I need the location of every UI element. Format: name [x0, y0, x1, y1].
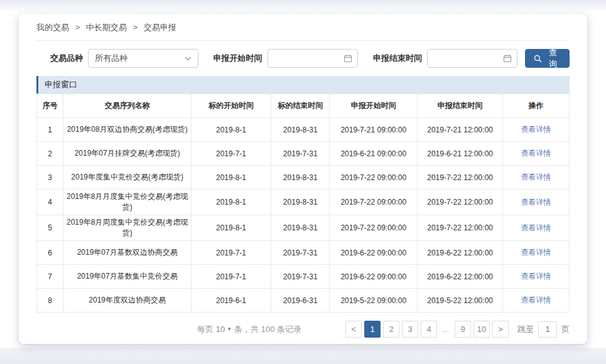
per-page-prefix: 每页: [197, 324, 214, 335]
declare-window-table: 序号 交易序列名称 标的开始时间 标的结束时间 申报开始时间 申报结束时间 操作…: [36, 94, 570, 313]
cell-declare-start: 2019-6-21 09:00:00: [330, 142, 418, 166]
cell-declare-start: 2019-7-22 09:00:00: [330, 166, 418, 190]
cell-declare-start: 2019-6-22 09:00:00: [330, 241, 418, 265]
cell-declare-start: 2019-7-22 09:00:00: [330, 215, 418, 241]
product-type-selected-value: 所有品种: [95, 53, 127, 64]
search-icon: [534, 55, 542, 63]
records-total-text: 条，共 100 条记录: [234, 324, 301, 335]
breadcrumb: 我的交易 > 中长期交易 > 交易申报: [36, 14, 570, 41]
cell-target-end: 2019-8-31: [271, 190, 330, 215]
cell-target-start: 2019-8-1: [191, 190, 271, 215]
cell-target-start: 2019-7-1: [191, 241, 271, 265]
view-details-link[interactable]: 查看详情: [521, 248, 551, 257]
col-header-target-end: 标的结束时间: [271, 94, 330, 118]
table-row: 6 2019年07月基数双边协商交易 2019-7-1 2019-7-31 20…: [37, 241, 570, 265]
cell-declare-end: 2019-7-21 12:00:00: [418, 118, 503, 142]
view-details-link[interactable]: 查看详情: [521, 149, 551, 158]
table-row: 8 2019年度双边协商交易 2019-6-1 2019-6-31 2019-5…: [37, 289, 570, 313]
content-card: 我的交易 > 中长期交易 > 交易申报 交易品种 所有品种 申报开始时间 申报: [19, 14, 587, 344]
col-header-declare-start: 申报开始时间: [330, 94, 418, 118]
col-header-actions: 操作: [502, 94, 569, 118]
cell-series-name: 2019年度双边协商交易: [63, 289, 192, 313]
cell-target-end: 2019-8-31: [271, 166, 330, 190]
page-button-9[interactable]: 9: [455, 321, 471, 338]
table-row: 4 2019年8月月度集中竞价交易(考虑现货) 2019-8-1 2019-8-…: [37, 190, 570, 215]
page-button-4[interactable]: 4: [421, 321, 437, 338]
page-button-3[interactable]: 3: [402, 321, 418, 338]
cell-target-end: 2019-7-31: [271, 142, 330, 166]
page-top-band: [0, 0, 606, 13]
breadcrumb-item-trade-declaration[interactable]: 交易申报: [144, 23, 176, 32]
prev-page-button[interactable]: <: [345, 321, 362, 338]
cell-target-start: 2019-7-1: [191, 265, 271, 289]
declare-start-input[interactable]: [273, 54, 344, 63]
col-header-target-start: 标的开始时间: [191, 94, 271, 118]
cell-declare-end: 2019-6-22 12:00:00: [418, 265, 503, 289]
page-button-10[interactable]: 10: [473, 321, 490, 338]
cell-target-end: 2019-7-31: [271, 265, 330, 289]
per-page-value: 10: [216, 324, 225, 334]
next-page-button[interactable]: >: [492, 321, 509, 338]
cell-seq: 2: [37, 142, 63, 166]
page-jump-control: 跳至 页: [517, 321, 570, 338]
search-button[interactable]: 查询: [525, 49, 570, 68]
cell-seq: 1: [37, 118, 63, 142]
cell-target-end: 2019-8-31: [271, 118, 330, 142]
cell-declare-start: 2019-7-22 09:00:00: [330, 190, 418, 215]
cell-target-start: 2019-8-1: [191, 118, 271, 142]
cell-declare-start: 2019-6-22 09:00:00: [330, 265, 418, 289]
cell-declare-end: 2019-7-22 12:00:00: [418, 215, 503, 241]
cell-seq: 6: [37, 241, 63, 265]
cell-declare-end: 2019-7-22 12:00:00: [418, 166, 503, 190]
page-button-2[interactable]: 2: [383, 321, 399, 338]
col-header-series-name: 交易序列名称: [63, 94, 192, 118]
breadcrumb-item-my-trades[interactable]: 我的交易: [36, 23, 69, 32]
cell-series-name: 2019年07月挂牌交易(考虑现货): [63, 142, 192, 166]
pagination: < 1 2 3 4 ... 9 10 >: [345, 321, 509, 338]
table-row: 2 2019年07月挂牌交易(考虑现货) 2019-7-1 2019-7-31 …: [37, 142, 570, 166]
calendar-icon[interactable]: [503, 54, 512, 63]
view-details-link[interactable]: 查看详情: [521, 296, 551, 304]
cell-seq: 3: [37, 166, 63, 190]
view-details-link[interactable]: 查看详情: [521, 272, 551, 281]
table-footer: 每页 10 ▼ 条，共 100 条记录 < 1 2 3 4 ... 9 10 >…: [36, 321, 570, 338]
cell-seq: 4: [37, 190, 63, 215]
page-bottom-band: [0, 348, 606, 364]
cell-declare-end: 2019-6-21 12:00:00: [418, 142, 503, 166]
view-details-link[interactable]: 查看详情: [521, 125, 551, 134]
cell-declare-end: 2019-6-22 12:00:00: [418, 241, 503, 265]
table-row: 7 2019年07月基数集中竞价交易 2019-7-1 2019-7-31 20…: [37, 265, 570, 289]
table-row: 1 2019年08月双边协商交易(考虑现货) 2019-8-1 2019-8-3…: [37, 118, 570, 142]
per-page-control: 每页 10 ▼ 条，共 100 条记录: [197, 324, 301, 335]
cell-series-name: 2019年07月基数集中竞价交易: [63, 265, 192, 289]
breadcrumb-separator: >: [133, 23, 138, 32]
table-row: 3 2019年度集中竞价交易(考虑现货) 2019-8-1 2019-8-31 …: [37, 166, 570, 190]
cell-target-end: 2019-6-31: [271, 289, 330, 313]
table-header-row: 序号 交易序列名称 标的开始时间 标的结束时间 申报开始时间 申报结束时间 操作: [37, 94, 570, 118]
jump-page-input[interactable]: [538, 321, 557, 338]
breadcrumb-separator: >: [75, 23, 80, 32]
table-row: 5 2019年8月周度集中竞价交易(考虑现货) 2019-8-1 2019-8-…: [37, 215, 570, 241]
breadcrumb-item-mid-long-term[interactable]: 中长期交易: [86, 23, 127, 32]
calendar-icon[interactable]: [344, 54, 352, 63]
filter-bar: 交易品种 所有品种 申报开始时间 申报结束时间: [50, 49, 570, 68]
section-header-declare-window: 申报窗口: [36, 76, 570, 94]
cell-seq: 8: [37, 289, 63, 313]
search-button-label: 查询: [545, 47, 561, 70]
view-details-link[interactable]: 查看详情: [521, 198, 551, 206]
page-button-1[interactable]: 1: [364, 321, 381, 338]
view-details-link[interactable]: 查看详情: [521, 173, 551, 181]
view-details-link[interactable]: 查看详情: [521, 223, 551, 232]
product-type-select[interactable]: 所有品种: [88, 49, 198, 68]
cell-declare-start: 2019-7-21 09:00:00: [330, 118, 418, 142]
cell-declare-end: 2019-5-22 12:00:00: [418, 289, 503, 313]
declare-end-input[interactable]: [433, 54, 503, 63]
cell-declare-start: 2019-5-22 09:00:00: [330, 289, 418, 313]
cell-declare-end: 2019-7-22 12:00:00: [418, 190, 503, 215]
cell-series-name: 2019年08月双边协商交易(考虑现货): [63, 118, 192, 142]
cell-target-start: 2019-7-1: [191, 142, 271, 166]
section-title: 申报窗口: [45, 79, 77, 90]
cell-series-name: 2019年07月基数双边协商交易: [63, 241, 192, 265]
cell-seq: 7: [37, 265, 63, 289]
per-page-select[interactable]: 10 ▼: [216, 324, 232, 334]
